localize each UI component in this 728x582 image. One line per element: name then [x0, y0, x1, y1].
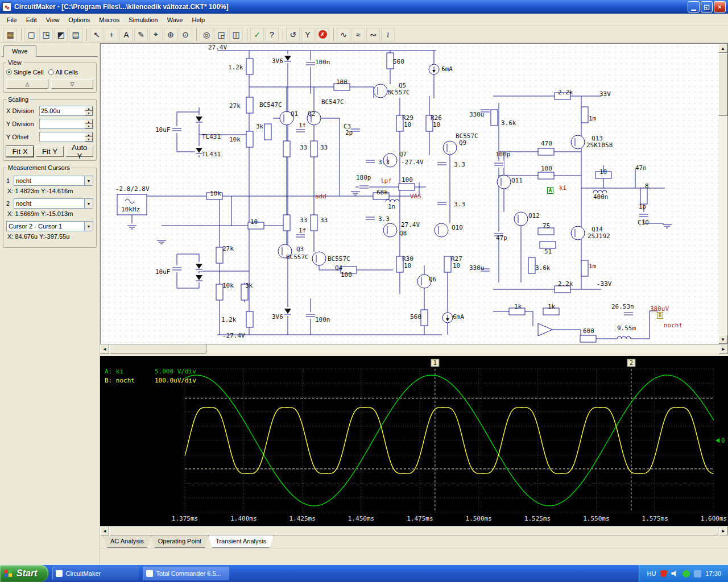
close-button[interactable]: ×	[714, 1, 726, 13]
x-division-input[interactable]	[40, 106, 85, 115]
add-part-button[interactable]: +	[105, 28, 118, 41]
language-indicator[interactable]: HU	[647, 570, 656, 577]
component-label[interactable]: 10	[404, 122, 411, 128]
component-label[interactable]: 47n	[635, 165, 647, 171]
component-label[interactable]: 1f	[299, 227, 306, 234]
component-label[interactable]: 100n	[315, 317, 330, 323]
scroll-down-icon[interactable]: ▼	[718, 335, 727, 344]
component-label[interactable]: 3.3	[454, 161, 465, 168]
component-label[interactable]: C10	[638, 219, 649, 226]
reset-button[interactable]: ↺	[286, 28, 300, 41]
component-label[interactable]: 68k	[377, 189, 388, 196]
tab-operating-point[interactable]: Operating Point	[151, 535, 209, 548]
select-button[interactable]: ↖	[90, 28, 104, 41]
component-label[interactable]: Q14	[592, 226, 603, 232]
component-label[interactable]: 10	[250, 219, 258, 225]
component-label[interactable]: add	[315, 193, 326, 199]
component-label[interactable]: 100n	[315, 59, 330, 65]
component-label[interactable]: Q12	[528, 213, 540, 219]
component-label[interactable]: 400n	[593, 194, 609, 200]
component-label[interactable]: TL431	[202, 134, 221, 140]
component-label[interactable]: Q13	[592, 135, 603, 142]
component-label[interactable]: Q2	[308, 111, 315, 117]
component-label[interactable]: 6mA	[453, 314, 464, 320]
cursor2-signal-select[interactable]: nocht ▼	[14, 198, 93, 209]
component-label[interactable]: Q10	[452, 225, 463, 231]
component-label[interactable]: Q1	[291, 111, 298, 117]
fit-y-button[interactable]: Fit Y	[36, 146, 63, 157]
waveform-scrollbar[interactable]: ◄ ►	[100, 526, 728, 535]
open-button[interactable]: ◳	[39, 28, 53, 41]
x-division-down[interactable]: ▼	[85, 111, 93, 115]
component-label[interactable]: 27k	[222, 246, 234, 252]
hscrollbar-thumb[interactable]	[110, 344, 206, 354]
taskbar-clock[interactable]: 17:30	[705, 570, 721, 577]
component-label[interactable]: 75	[543, 223, 550, 229]
scroll-left-icon[interactable]: ◄	[100, 344, 109, 354]
stop-button[interactable]: ✗	[316, 28, 329, 41]
probe-marker-a[interactable]: A	[547, 187, 553, 194]
scroll-right-icon[interactable]: ►	[719, 526, 728, 535]
prev-cell-button[interactable]: △	[6, 79, 48, 89]
menu-file[interactable]: File	[2, 15, 22, 25]
component-label[interactable]: Q8	[399, 230, 407, 236]
text-button[interactable]: A	[119, 28, 133, 41]
component-label[interactable]: 33	[300, 217, 307, 223]
component-label[interactable]: 470	[541, 140, 552, 147]
zoom-button[interactable]: ⊙	[179, 28, 192, 41]
copy-button[interactable]: ◲	[214, 28, 228, 41]
component-label[interactable]: 33V	[599, 91, 611, 97]
component-label[interactable]: 27.4V	[208, 44, 227, 51]
component-label[interactable]: Q11	[511, 177, 523, 184]
component-label[interactable]: 100	[541, 165, 552, 172]
component-label[interactable]: 26.53n	[611, 304, 634, 310]
component-label[interactable]: 10	[599, 169, 607, 175]
component-label[interactable]: 1m	[589, 115, 596, 122]
component-label[interactable]: 6mA	[441, 66, 453, 72]
start-button[interactable]: Start	[0, 565, 48, 582]
component-label[interactable]: 10uF	[155, 127, 171, 133]
menu-macros[interactable]: Macros	[94, 15, 124, 25]
component-label[interactable]: 330u	[469, 111, 485, 118]
component-label[interactable]: Q3	[296, 246, 304, 252]
volume-icon[interactable]	[671, 570, 679, 577]
component-label[interactable]: 3k	[256, 123, 263, 130]
component-label[interactable]: 180p	[356, 174, 371, 181]
scroll-left-icon[interactable]: ◄	[100, 526, 109, 535]
component-label[interactable]: 33	[320, 217, 328, 223]
next-cell-button[interactable]: ▽	[51, 79, 93, 89]
component-label[interactable]: R30	[402, 256, 413, 262]
menu-help[interactable]: Help	[187, 15, 209, 25]
auto-y-button[interactable]: Auto Y	[66, 146, 93, 157]
component-label[interactable]: BC557C	[456, 133, 478, 139]
digital-scope-button[interactable]: ≀	[381, 28, 395, 41]
tab-ac-analysis[interactable]: AC Analysis	[103, 535, 151, 548]
menu-options[interactable]: Options	[64, 15, 94, 25]
component-label[interactable]: 1.2k	[221, 317, 237, 323]
component-label[interactable]: 10k	[222, 282, 234, 289]
component-label[interactable]: 560	[410, 314, 421, 320]
cursor-diff-select[interactable]: Cursor 2 - Cursor 1 ▼	[6, 221, 93, 231]
component-label[interactable]: -27.4V	[222, 332, 245, 339]
y-offset-input[interactable]	[40, 132, 85, 142]
component-label[interactable]: 8	[645, 183, 649, 189]
component-label[interactable]: 1n	[388, 203, 395, 210]
probe-y-button[interactable]: Y	[301, 28, 315, 41]
component-label[interactable]: 10kHz	[121, 206, 140, 213]
y-division-input[interactable]	[40, 119, 85, 128]
component-label[interactable]: 3.3	[378, 159, 390, 165]
component-label[interactable]: 10	[404, 263, 411, 269]
schematic-canvas[interactable]: 27.4V1.2k3V6100n5606mA100Q5BC557C2.2k33V…	[101, 44, 718, 344]
component-label[interactable]: 51	[544, 248, 552, 255]
component-label[interactable]: 10k	[210, 190, 221, 197]
component-label[interactable]: 100	[402, 177, 413, 183]
dc-scope-button[interactable]: ∾	[366, 28, 380, 41]
component-label[interactable]: ki	[559, 185, 566, 191]
network-icon[interactable]	[694, 570, 701, 577]
component-label[interactable]: R29	[402, 115, 413, 121]
component-label[interactable]: 33	[320, 144, 328, 151]
component-label[interactable]: BC547C	[259, 102, 282, 108]
menu-wave[interactable]: Wave	[163, 15, 188, 25]
fit-x-button[interactable]: Fit X	[6, 146, 34, 157]
schematic-vscrollbar[interactable]: ▲ ▼	[718, 44, 727, 344]
